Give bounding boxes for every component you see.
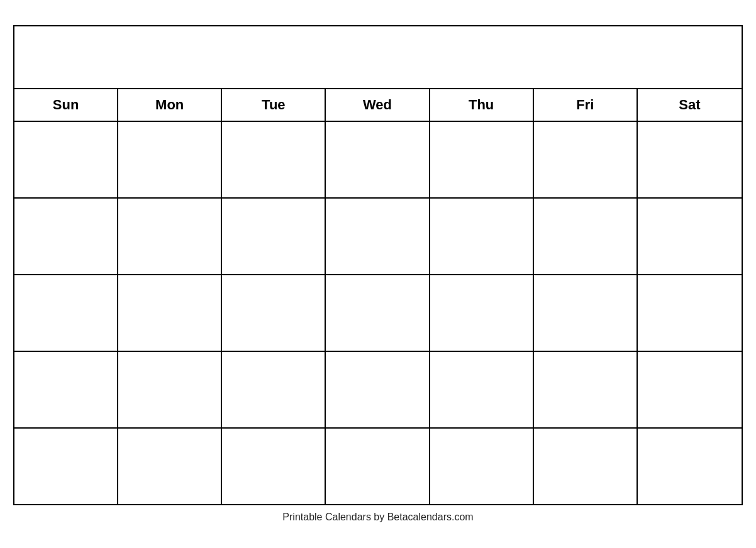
day-cell[interactable] — [534, 429, 638, 504]
calendar-footer: Printable Calendars by Betacalendars.com — [282, 512, 473, 523]
day-cell[interactable] — [638, 199, 742, 274]
day-cell[interactable] — [638, 275, 742, 351]
header-thu: Thu — [430, 89, 534, 121]
day-cell[interactable] — [222, 275, 326, 351]
day-cell[interactable] — [430, 275, 534, 351]
day-cell[interactable] — [118, 429, 222, 504]
day-cell[interactable] — [534, 352, 638, 427]
day-cell[interactable] — [326, 352, 430, 427]
day-cell[interactable] — [14, 275, 118, 351]
calendar-body — [14, 122, 742, 504]
day-cell[interactable] — [222, 429, 326, 504]
day-cell[interactable] — [430, 122, 534, 197]
day-cell[interactable] — [14, 429, 118, 504]
day-cell[interactable] — [118, 352, 222, 427]
calendar-wrapper: Sun Mon Tue Wed Thu Fri Sat — [13, 25, 743, 523]
day-cell[interactable] — [430, 429, 534, 504]
day-cell[interactable] — [14, 122, 118, 197]
day-cell[interactable] — [222, 122, 326, 197]
week-row-4 — [14, 352, 742, 429]
day-cell[interactable] — [326, 275, 430, 351]
day-cell[interactable] — [222, 352, 326, 427]
day-cell[interactable] — [118, 122, 222, 197]
day-cell[interactable] — [326, 122, 430, 197]
week-row-3 — [14, 275, 742, 352]
day-cell[interactable] — [118, 275, 222, 351]
day-cell[interactable] — [638, 352, 742, 427]
week-row-2 — [14, 199, 742, 275]
header-mon: Mon — [118, 89, 222, 121]
day-cell[interactable] — [222, 199, 326, 274]
header-sun: Sun — [14, 89, 118, 121]
day-cell[interactable] — [534, 199, 638, 274]
day-cell[interactable] — [430, 199, 534, 274]
day-cell[interactable] — [534, 275, 638, 351]
day-cell[interactable] — [326, 199, 430, 274]
day-cell[interactable] — [118, 199, 222, 274]
calendar-header-row: Sun Mon Tue Wed Thu Fri Sat — [14, 89, 742, 122]
day-cell[interactable] — [14, 199, 118, 274]
calendar-title-row — [14, 26, 742, 89]
day-cell[interactable] — [534, 122, 638, 197]
day-cell[interactable] — [638, 122, 742, 197]
day-cell[interactable] — [430, 352, 534, 427]
header-wed: Wed — [326, 89, 430, 121]
week-row-1 — [14, 122, 742, 199]
day-cell[interactable] — [638, 429, 742, 504]
week-row-5 — [14, 429, 742, 504]
calendar-container: Sun Mon Tue Wed Thu Fri Sat — [13, 25, 743, 505]
header-sat: Sat — [638, 89, 742, 121]
header-tue: Tue — [222, 89, 326, 121]
day-cell[interactable] — [14, 352, 118, 427]
header-fri: Fri — [534, 89, 638, 121]
day-cell[interactable] — [326, 429, 430, 504]
